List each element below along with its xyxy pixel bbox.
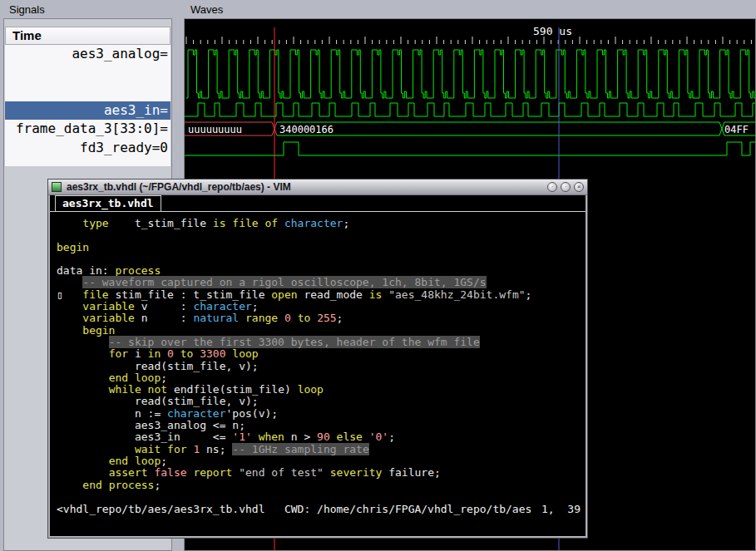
code-line: read(stim_file, v);	[57, 361, 586, 372]
code-line: end loop;	[57, 455, 586, 467]
code-line: end loop;	[57, 372, 586, 384]
vim-window-title: aes3rx_tb.vhdl (~/FPGA/vhdl_repo/tb/aes)…	[67, 181, 291, 193]
vim-tab-active[interactable]: aes3rx_tb.vhdl	[55, 195, 161, 211]
code-line: aes3_analog <= n;	[57, 420, 586, 431]
trace-fd3-ready	[185, 142, 755, 155]
code-line: -- skip over the first 3300 bytes, heade…	[57, 337, 586, 348]
signal-row[interactable]	[5, 82, 170, 101]
maximize-button[interactable]: ·	[561, 182, 571, 192]
signal-row[interactable]: aes3_analog=	[5, 45, 170, 64]
code-line: -- waveform captured on a rigol oscillos…	[57, 277, 586, 288]
code-line: while not endfile(stim_file) loop	[57, 384, 586, 396]
code-line: aes3_in <= '1' when n > 90 else '0';	[57, 431, 586, 443]
time-column-header[interactable]: Time	[5, 27, 170, 45]
signal-row[interactable]	[5, 64, 170, 83]
trace-frame-data	[277, 122, 755, 135]
timeline-ticks	[186, 37, 751, 44]
vim-cmdline	[50, 515, 586, 536]
code-line: read(stim_file, v);	[57, 396, 586, 407]
vim-body: aes3rx_tb.vhdl type t_stim_file is file …	[50, 195, 586, 536]
code-line: variable n : natural range 0 to 255;	[57, 312, 586, 324]
code-line: assert false report "end of test" severi…	[57, 467, 586, 479]
close-button[interactable]: ×	[574, 182, 584, 192]
vim-window: aes3rx_tb.vhdl (~/FPGA/vhdl_repo/tb/aes)…	[47, 179, 588, 539]
signal-list: aes3_analog=aes3_in=frame_data_3[33:0]=f…	[5, 45, 170, 166]
timeline-label: 590 us	[533, 25, 572, 37]
trace-aes3-in	[185, 103, 755, 116]
code-area[interactable]: type t_stim_file is file of character; b…	[50, 212, 586, 491]
code-line: data_in: process	[57, 265, 586, 277]
code-line: variable v : character;	[57, 301, 586, 312]
signals-panel-label: Signals	[7, 3, 47, 16]
waves-panel-label: Waves	[188, 3, 225, 16]
code-line	[57, 253, 586, 265]
code-line: begin	[57, 325, 586, 337]
code-line: n := character'pos(v);	[57, 408, 586, 420]
code-line: wait for 1 ns; -- 1GHz sampling rate	[57, 444, 586, 455]
bus-value-label: 340000166	[279, 124, 334, 135]
bus-value-label: 04FF	[724, 124, 749, 135]
status-filepath: <vhdl_repo/tb/aes/aes3rx_tb.vhdl CWD: /h…	[57, 503, 531, 515]
code-line: end process;	[57, 480, 586, 491]
vim-tabline: aes3rx_tb.vhdl	[50, 195, 586, 212]
code-line: begin	[57, 242, 586, 253]
vim-statusline: <vhdl_repo/tb/aes/aes3rx_tb.vhdl CWD: /h…	[50, 503, 586, 515]
code-line: type t_stim_file is file of character;	[57, 218, 586, 229]
shade-button[interactable]: ·	[547, 182, 557, 192]
signal-row[interactable]: fd3_ready=0	[5, 139, 170, 158]
bus-value-label: uuuuuuuuu	[188, 124, 242, 135]
vim-window-icon	[52, 182, 62, 192]
signal-row[interactable]: aes3_in=	[5, 101, 170, 121]
code-line: for i in 0 to 3300 loop	[57, 348, 586, 360]
window-buttons: · · ×	[547, 182, 584, 192]
code-line: ▯ file stim_file : t_stim_file open read…	[57, 289, 586, 301]
code-line	[57, 229, 586, 241]
status-ruler: 1, 39	[541, 503, 581, 515]
signal-row[interactable]: frame_data_3[33:0]=	[5, 120, 170, 139]
trace-aes3-analog	[186, 50, 755, 98]
vim-titlebar[interactable]: aes3rx_tb.vhdl (~/FPGA/vhdl_repo/tb/aes)…	[48, 180, 587, 195]
